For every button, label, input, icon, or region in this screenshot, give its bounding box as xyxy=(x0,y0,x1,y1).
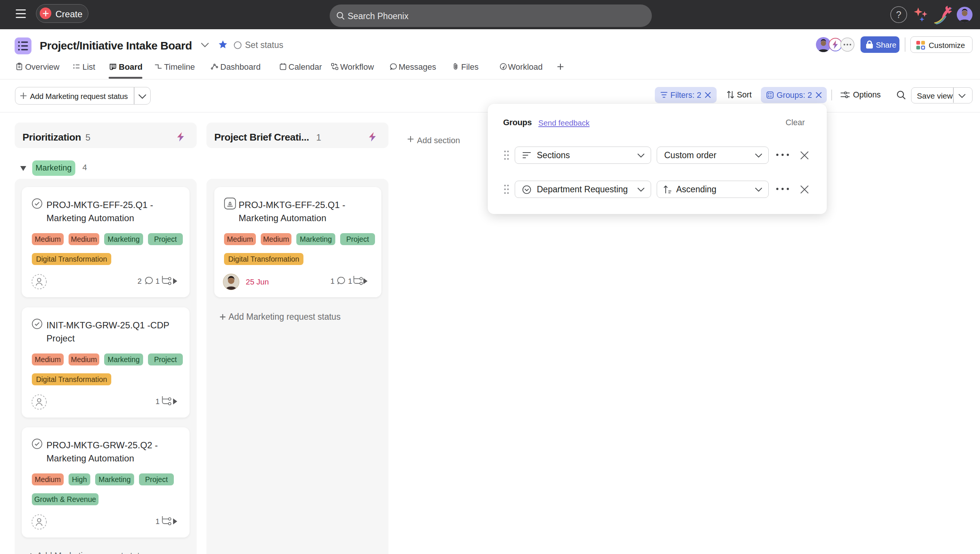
svg-text:?: ? xyxy=(896,10,901,20)
